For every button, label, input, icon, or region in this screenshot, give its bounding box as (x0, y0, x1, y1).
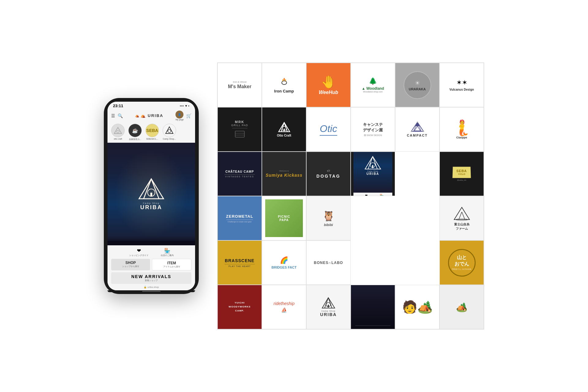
item-btn-sub: アイテムから探す (154, 265, 189, 268)
status-icons: ▪▪▪ ▾ ▪ (180, 104, 190, 107)
cell-otic[interactable]: Otic (306, 107, 351, 152)
menu-icon[interactable]: ☰ (111, 113, 115, 118)
camp-text-top: Camp Shop (143, 202, 160, 204)
cell-mrk[interactable]: MRK GRILL PAD (217, 107, 262, 152)
cell-bones[interactable]: BONES∩LABO (306, 240, 351, 285)
mini-shop-guide: ❤ ショッピングガイド (361, 194, 372, 196)
phone-footer-left: ❤ ショッピングガイド 🏪 出店のご案内 SHOP ショップから探す ITEM (107, 245, 195, 290)
cell-campact[interactable]: CAMPACT (395, 107, 439, 152)
tent-icon-logo: ⛺ (135, 114, 140, 118)
cell-illust[interactable]: 🧑‍🏕️ (395, 285, 439, 329)
brand-iron-camp: Iron Camp (262, 63, 306, 107)
mini-phone: ≡ ⛺ URIBA 🛒 Camp Shop (351, 152, 395, 196)
shopping-guide-label: ショッピングガイド (129, 254, 149, 257)
brand-ciaoppe: 🧜 Ciaoppe (440, 107, 484, 151)
header-right-icons: 👤 My page 🛒 (175, 111, 191, 121)
store-guide-item[interactable]: 🏪 出店のご案内 (161, 248, 174, 257)
brand-sumiya: Welcome to Sumiya Kickass (262, 152, 306, 196)
cell-brasscene[interactable]: BRASSCENE PLAY THE HEART (217, 240, 262, 285)
shop-label-seba: SEBA★CL... (146, 138, 158, 140)
svg-marker-31 (454, 207, 469, 220)
mini-phone-screen: ≡ ⛺ URIBA 🛒 Camp Shop (353, 152, 392, 196)
cell-iron-camp[interactable]: Iron Camp (262, 63, 306, 107)
footer-buttons: SHOP ショップから探す ITEM アイテムから探す (111, 259, 191, 270)
shop-item-jika[interactable]: ☕ 自家焙煎カ... (128, 124, 142, 141)
new-arrivals-title: NEW ARRIVALS (113, 274, 190, 279)
cart-icon[interactable]: 🛒 (186, 113, 191, 118)
cell-rideship[interactable]: ridetheship ⛵ (262, 285, 306, 329)
brand-bridges: 🌈 BRIDGES FACT (262, 241, 306, 285)
svg-rect-10 (235, 131, 244, 137)
new-arrivals-section: NEW ARRIVALS 新着ショップ (111, 272, 191, 284)
header-left-icons: ☰ 🔍 (111, 113, 123, 118)
mini-main-image: Camp Shop URIBA (353, 152, 392, 193)
brand-yuichi: YUICHI WOODYWORKS CAMP. (218, 285, 262, 329)
cell-campshop2[interactable]: Camp Shop URIBA (306, 285, 351, 329)
brand-zerometal: ZEROMETAL Challenge to create new gear (218, 196, 262, 240)
cell-ciaoppe[interactable]: 🧜 Ciaoppe (439, 107, 484, 152)
shop-button[interactable]: SHOP ショップから探す (111, 259, 150, 270)
svg-point-1 (117, 130, 119, 133)
item-btn-label: ITEM (167, 261, 176, 265)
time-display: 23:11 (113, 104, 123, 108)
shop-icon-camp (163, 124, 176, 137)
brand-bones: BONES∩LABO (307, 241, 350, 285)
new-arrivals-sub: 新着ショップ (113, 279, 190, 282)
app-header-left: ☰ 🔍 ⛺ ⛺ URIBA 👤 My page 🛒 (107, 109, 195, 123)
status-bar-left: 23:11 ▪▪▪ ▾ ▪ (107, 102, 195, 109)
cell-zerometal[interactable]: ZEROMETAL Challenge to create new gear (217, 196, 262, 240)
main-image-area: Camp Shop URIBA (107, 143, 195, 245)
shop-label-camp: Camp Shop... (163, 138, 176, 140)
brand-woodland: 🌲 ▲ Woodland Woodland-shop.com (351, 63, 395, 107)
avatar[interactable]: 👤 (175, 111, 183, 119)
cell-fujisan[interactable]: 富士山自糸 ファーム (439, 196, 484, 240)
mini-brand: URIBA (367, 172, 379, 175)
shop-btn-label: SHOP (125, 261, 136, 265)
brand-chateau: CHÂTEAU CAMP VINTAGES TENTES (218, 152, 262, 196)
footer-url: 🔒 uriba.shop (111, 285, 191, 289)
cell-yuichi[interactable]: YUICHI WOODYWORKS CAMP. (217, 285, 262, 329)
svg-point-3 (168, 130, 171, 133)
mini-store-guide: 🏪 出店のご案内 (378, 194, 385, 196)
brand-picnic: PICNIC PAPA (262, 196, 306, 240)
cell-kyansute[interactable]: キャンステ デザイン屋 ⑱ SNOW DESIGN (351, 107, 395, 152)
cell-dogtag[interactable]: 🏷 DOGTAG (306, 152, 351, 196)
brand-weehub: 🤚 WeeHub (307, 63, 350, 107)
cell-phone-overlay: ≡ ⛺ URIBA 🛒 Camp Shop (351, 152, 395, 196)
store-icon: 🏪 (164, 248, 170, 254)
app-logo: ⛺ ⛺ URIBA (135, 113, 164, 118)
cell-weehub[interactable]: 🤚 WeeHub (306, 63, 351, 107)
cell-yama[interactable]: 山と おでん 準高自でん OUTDOOB (439, 240, 484, 285)
cell-ms-maker[interactable]: Iron & Wood M's Maker (217, 63, 262, 107)
cell-picnic[interactable]: PICNIC PAPA (262, 196, 306, 240)
mini-footer: ❤ ショッピングガイド 🏪 出店のご案内 SHOP ショップから探 (353, 193, 392, 196)
brand-rideship: ridetheship ⛵ (262, 285, 306, 329)
cell-otto-craft[interactable]: Otto Craft (262, 107, 306, 152)
brand-yama: 山と おでん 準高自でん OUTDOOB (440, 241, 484, 285)
home-indicator-left (107, 290, 195, 292)
search-icon[interactable]: 🔍 (118, 113, 123, 118)
shopping-guide-item[interactable]: ❤ ショッピングガイド (129, 248, 149, 257)
shop-item-otto[interactable]: otto craft (111, 124, 125, 141)
cell-seba[interactable]: SEBA ☆CLO @seba_clo (439, 152, 484, 196)
cell-bibibi[interactable]: 🦉 bibibi (306, 196, 351, 240)
cell-chateau[interactable]: CHÂTEAU CAMP VINTAGES TENTES (217, 152, 262, 196)
svg-rect-39 (328, 305, 329, 307)
url-text: uriba.shop (147, 286, 159, 288)
shop-item-seba[interactable]: SEBA SEBA★CL... (145, 124, 160, 141)
brand-uraraka: ☀ URARAKA (395, 63, 439, 107)
brand-vulcanus: ✶✶ Vulcanus Design (440, 63, 484, 107)
cell-uraraka[interactable]: ☀ URARAKA (395, 63, 439, 107)
cell-vulcanus[interactable]: ✶✶ Vulcanus Design (439, 63, 484, 107)
brand-otic: Otic (307, 107, 350, 151)
brand-ms-maker: Iron & Wood M's Maker (218, 63, 262, 107)
cell-bridges[interactable]: 🌈 BRIDGES FACT (262, 240, 306, 285)
cell-sumiya[interactable]: Welcome to Sumiya Kickass (262, 152, 306, 196)
shop-item-camp[interactable]: Camp Shop... (162, 124, 177, 141)
cell-woodland[interactable]: 🌲 ▲ Woodland Woodland-shop.com (351, 63, 395, 107)
brand-kyansute: キャンステ デザイン屋 ⑱ SNOW DESIGN (351, 107, 395, 151)
my-page-section[interactable]: 👤 My page (175, 111, 184, 121)
brand-brasscene: BRASSCENE PLAY THE HEART (218, 241, 262, 285)
svg-rect-17 (284, 129, 285, 131)
item-button[interactable]: ITEM アイテムから探す (152, 259, 191, 270)
